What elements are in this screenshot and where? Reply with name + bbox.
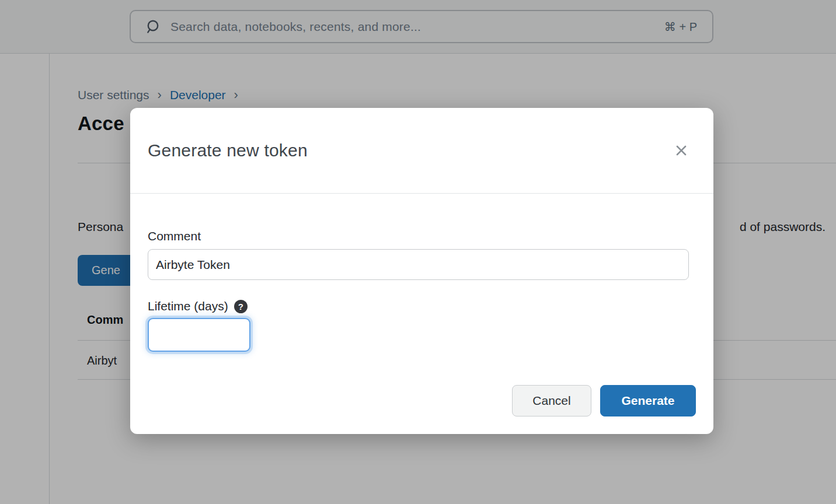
comment-label: Comment	[148, 229, 696, 243]
comment-input[interactable]	[148, 249, 689, 280]
cancel-button[interactable]: Cancel	[512, 385, 591, 416]
generate-button[interactable]: Generate	[600, 385, 696, 416]
close-icon[interactable]	[673, 142, 690, 159]
dialog-body: Comment Lifetime (days) ? Cancel Generat…	[130, 229, 713, 416]
lifetime-label: Lifetime (days)	[148, 299, 228, 313]
dialog-footer: Cancel Generate	[148, 385, 696, 416]
dialog-header: Generate new token	[130, 108, 713, 194]
dialog-title: Generate new token	[148, 141, 673, 160]
help-icon[interactable]: ?	[234, 300, 248, 313]
generate-token-dialog: Generate new token Comment Lifetime (day…	[130, 108, 713, 434]
lifetime-label-row: Lifetime (days) ?	[148, 299, 696, 313]
lifetime-input[interactable]	[148, 318, 250, 352]
